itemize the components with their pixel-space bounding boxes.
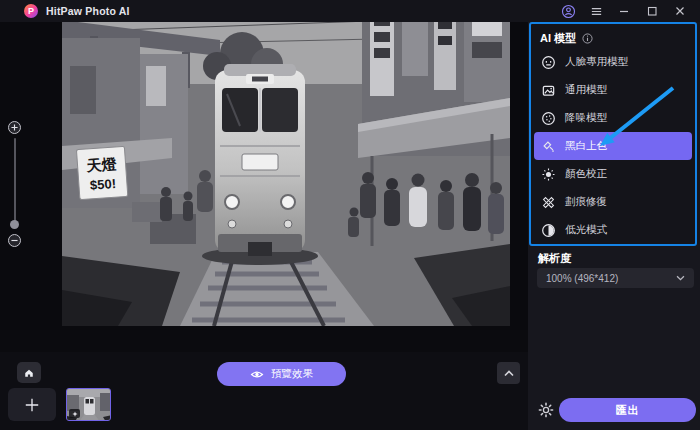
maximize-button[interactable] [638,0,666,22]
collapse-panel-button[interactable] [497,362,520,384]
color-correction-icon [541,167,556,182]
zoom-slider-track[interactable] [14,138,16,222]
model-item-label: 劃痕修復 [565,195,607,209]
app-title: HitPaw Photo AI [46,5,130,17]
ai-models-box: AI 模型 人臉專用模型 [529,22,697,246]
model-item-scratch-repair[interactable]: 劃痕修復 [534,188,692,216]
close-button[interactable] [666,0,694,22]
account-button[interactable] [554,0,582,22]
denoise-model-icon [541,111,556,126]
close-icon [674,5,686,17]
model-item-face[interactable]: 人臉專用模型 [534,48,692,76]
thumbnail-ai-badge [69,409,80,418]
plus-icon [11,124,18,131]
minus-icon [11,237,18,244]
model-item-color-correction[interactable]: 顏色校正 [534,160,692,188]
minimize-button[interactable] [610,0,638,22]
bottom-bar: 預覽效果 [0,352,528,430]
general-model-icon [541,83,556,98]
home-icon [23,367,35,379]
export-button[interactable]: 匯出 [559,398,696,422]
menu-button[interactable] [582,0,610,22]
gear-icon [538,402,554,418]
plus-icon [24,397,40,413]
zoom-in-button[interactable] [8,121,21,134]
maximize-icon [646,5,658,17]
add-image-button[interactable] [8,388,56,421]
preview-button-label: 預覽效果 [271,367,313,381]
chevron-down-icon [676,275,685,281]
minimize-icon [618,5,630,17]
photo-scene: 天燈 $50! [62,6,510,326]
ai-models-header: AI 模型 [531,24,695,48]
model-item-label: 低光模式 [565,223,607,237]
app-window: P HitPaw Photo AI [0,0,700,430]
export-button-label: 匯出 [616,403,640,418]
sparkle-icon [72,411,78,417]
photo-sign-text-2: $50! [89,176,116,193]
resolution-dropdown[interactable]: 100% (496*412) [537,268,694,288]
face-model-icon [541,55,556,70]
colorize-icon [541,139,556,154]
export-settings-button[interactable] [537,401,554,418]
user-icon [561,4,576,19]
titlebar: P HitPaw Photo AI [0,0,700,22]
home-button[interactable] [17,362,41,383]
model-item-denoise[interactable]: 降噪模型 [534,104,692,132]
low-light-icon [541,223,556,238]
hamburger-icon [590,5,603,18]
zoom-slider-thumb[interactable] [10,220,19,229]
model-item-label: 通用模型 [565,83,607,97]
scratch-repair-icon [541,195,556,210]
photo-sign-text-1: 天燈 [85,155,117,174]
preview-button[interactable]: 預覽效果 [217,362,346,386]
model-item-low-light[interactable]: 低光模式 [534,216,692,244]
model-item-colorize[interactable]: 黑白上色 [534,132,692,160]
model-item-general[interactable]: 通用模型 [534,76,692,104]
resolution-label: 解析度 [538,251,571,266]
app-logo-icon: P [24,4,38,18]
model-item-label: 人臉專用模型 [565,55,628,69]
chevron-up-icon [504,370,514,377]
model-item-label: 降噪模型 [565,111,607,125]
ai-models-title: AI 模型 [540,31,576,46]
zoom-out-button[interactable] [8,234,21,247]
editor-canvas: 天燈 $50! [0,0,528,330]
photo-viewport[interactable]: 天燈 $50! [62,6,510,326]
info-icon[interactable] [582,33,593,44]
eye-icon [250,369,264,380]
model-item-label: 顏色校正 [565,167,607,181]
resolution-value: 100% (496*412) [546,273,676,284]
model-item-label: 黑白上色 [565,139,607,153]
right-panel: AI 模型 人臉專用模型 [528,22,700,430]
image-thumbnail[interactable] [66,388,111,421]
